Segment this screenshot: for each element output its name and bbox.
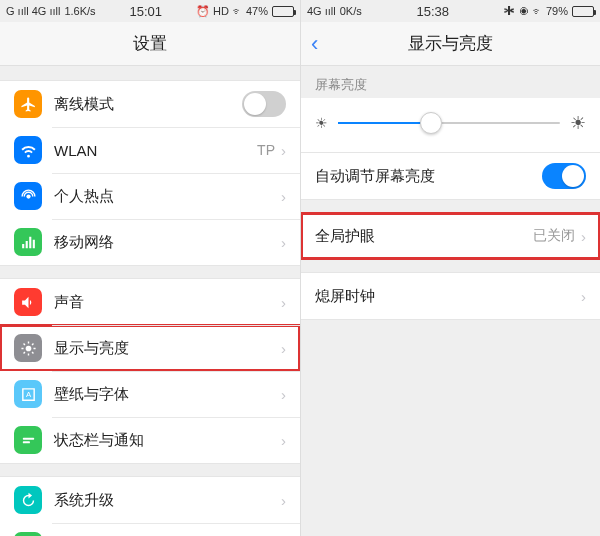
settings-group-1: 声音›显示与亮度›A壁纸与字体›状态栏与通知›: [0, 278, 300, 464]
notification-icon: [14, 426, 42, 454]
chevron-right-icon: ›: [281, 386, 286, 403]
row-value: TP: [257, 142, 275, 158]
status-extras: ✱ ⦿ ᯤ 79%: [504, 5, 568, 17]
right-row-2[interactable]: 熄屏时钟›: [301, 273, 600, 319]
title-bar-left: 设置: [0, 22, 300, 66]
page-title: 设置: [133, 32, 167, 55]
row-value: 已关闭: [533, 227, 575, 245]
left-row-phone[interactable]: 电话›: [0, 523, 300, 536]
brightness-slider[interactable]: [338, 122, 560, 124]
sun-large-icon: ☀: [570, 112, 586, 134]
status-bar-left: G ııll 4G ııll 1.6K/s 15:01 ⏰ HD ᯤ 47%: [0, 0, 300, 22]
left-row-update[interactable]: 系统升级›: [0, 477, 300, 523]
title-bar-right: ‹ 显示与亮度: [301, 22, 600, 66]
display-settings: 屏幕亮度 ☀ ☀ 自动调节屏幕亮度全局护眼已关闭›熄屏时钟›: [301, 66, 600, 536]
display-group-1: 全局护眼已关闭›: [301, 212, 600, 260]
status-extras: ⏰ HD ᯤ 47%: [196, 5, 268, 18]
row-label: 移动网络: [54, 233, 281, 252]
display-group-2: 熄屏时钟›: [301, 272, 600, 320]
battery-icon: [572, 6, 594, 17]
chevron-right-icon: ›: [281, 188, 286, 205]
svg-point-1: [25, 345, 31, 351]
left-row-wallpaper[interactable]: A壁纸与字体›: [0, 371, 300, 417]
display-brightness-pane: 4G ııll 0K/s 15:38 ✱ ⦿ ᯤ 79% ‹ 显示与亮度 屏幕亮…: [300, 0, 600, 536]
battery-icon: [272, 6, 294, 17]
status-time: 15:38: [362, 4, 504, 19]
back-button[interactable]: ‹: [311, 31, 318, 57]
sun-small-icon: ☀: [315, 115, 328, 131]
wallpaper-icon: A: [14, 380, 42, 408]
svg-point-0: [26, 194, 30, 198]
svg-rect-3: [22, 437, 33, 439]
row-label: 显示与亮度: [54, 339, 281, 358]
net-speed: 1.6K/s: [64, 5, 95, 17]
right-row-0: 自动调节屏幕亮度: [301, 153, 600, 199]
chevron-right-icon: ›: [281, 234, 286, 251]
chevron-right-icon: ›: [281, 294, 286, 311]
chevron-right-icon: ›: [281, 432, 286, 449]
left-row-cellular[interactable]: 移动网络›: [0, 219, 300, 265]
left-row-airplane: 离线模式: [0, 81, 300, 127]
chevron-right-icon: ›: [581, 228, 586, 245]
page-title: 显示与亮度: [408, 32, 493, 55]
phone-icon: [14, 532, 42, 536]
chevron-right-icon: ›: [581, 288, 586, 305]
brightness-slider-row: ☀ ☀: [301, 98, 600, 153]
update-icon: [14, 486, 42, 514]
row-label: 熄屏时钟: [315, 287, 581, 306]
row-label: 壁纸与字体: [54, 385, 281, 404]
left-row-hotspot[interactable]: 个人热点›: [0, 173, 300, 219]
row-label: 全局护眼: [315, 227, 533, 246]
hotspot-icon: [14, 182, 42, 210]
chevron-right-icon: ›: [281, 340, 286, 357]
settings-pane: G ııll 4G ııll 1.6K/s 15:01 ⏰ HD ᯤ 47% 设…: [0, 0, 300, 536]
row-label: 自动调节屏幕亮度: [315, 167, 542, 186]
row-label: 离线模式: [54, 95, 242, 114]
toggle[interactable]: [542, 163, 586, 189]
row-label: 系统升级: [54, 491, 281, 510]
left-row-notification[interactable]: 状态栏与通知›: [0, 417, 300, 463]
settings-group-2: 系统升级›电话›帐户与同步›: [0, 476, 300, 536]
left-row-sound[interactable]: 声音›: [0, 279, 300, 325]
status-bar-right: 4G ııll 0K/s 15:38 ✱ ⦿ ᯤ 79%: [301, 0, 600, 22]
slider-thumb[interactable]: [420, 112, 442, 134]
row-label: WLAN: [54, 142, 257, 159]
settings-list: 离线模式WLANTP›个人热点›移动网络›声音›显示与亮度›A壁纸与字体›状态栏…: [0, 66, 300, 536]
wifi-icon: [14, 136, 42, 164]
chevron-right-icon: ›: [281, 142, 286, 159]
status-time: 15:01: [96, 4, 196, 19]
airplane-icon: [14, 90, 42, 118]
toggle[interactable]: [242, 91, 286, 117]
left-row-wifi[interactable]: WLANTP›: [0, 127, 300, 173]
row-label: 个人热点: [54, 187, 281, 206]
svg-text:A: A: [25, 390, 31, 399]
row-label: 声音: [54, 293, 281, 312]
row-label: 状态栏与通知: [54, 431, 281, 450]
svg-rect-4: [22, 441, 29, 443]
signal-text: G ııll 4G ııll: [6, 5, 60, 17]
sound-icon: [14, 288, 42, 316]
display-group-0: 自动调节屏幕亮度: [301, 153, 600, 200]
cellular-icon: [14, 228, 42, 256]
brightness-icon: [14, 334, 42, 362]
left-row-brightness[interactable]: 显示与亮度›: [0, 325, 300, 371]
net-speed: 0K/s: [340, 5, 362, 17]
right-row-1[interactable]: 全局护眼已关闭›: [301, 213, 600, 259]
signal-text: 4G ııll: [307, 5, 336, 17]
section-header-brightness: 屏幕亮度: [301, 66, 600, 98]
settings-group-0: 离线模式WLANTP›个人热点›移动网络›: [0, 80, 300, 266]
chevron-right-icon: ›: [281, 492, 286, 509]
